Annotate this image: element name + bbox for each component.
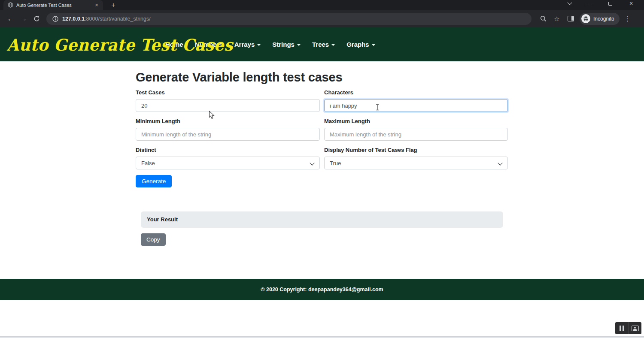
nav-item-strings[interactable]: Strings (272, 41, 301, 48)
dropdown-caret-icon (331, 44, 335, 46)
reload-button[interactable] (30, 12, 43, 25)
url-path: :8000/start/variable_strings/ (85, 16, 151, 22)
dropdown-caret-icon (257, 44, 261, 46)
side-panel-icon (568, 16, 574, 21)
magnifier-icon (540, 15, 547, 22)
bookmark-button[interactable]: ☆ (551, 13, 562, 24)
test-cases-label: Test Cases (136, 89, 165, 96)
test-cases-input[interactable] (136, 99, 320, 112)
side-panel-button[interactable] (565, 13, 576, 24)
minimize-button[interactable]: — (581, 0, 598, 6)
nav-item-arrays[interactable]: Arrays (234, 41, 261, 48)
min-length-input[interactable] (136, 128, 320, 141)
incognito-avatar (581, 14, 590, 23)
recorder-pause-button[interactable] (615, 322, 628, 334)
browser-menu-button[interactable]: ⋮ (622, 13, 633, 24)
characters-input[interactable] (324, 99, 508, 112)
site-info-icon[interactable] (52, 16, 58, 22)
text-cursor-ibeam (375, 104, 380, 112)
url-host: 127.0.0.1 (62, 16, 85, 22)
site-footer: © 2020 Copyright: deepapandey364@gmail.c… (0, 279, 644, 300)
site-navbar: Auto Generate Test Cases Home Numbers Ar… (0, 27, 644, 61)
nav-item-trees[interactable]: Trees (312, 41, 335, 48)
tab-strip: Auto Generate Test Cases × + — ✕ (0, 0, 644, 10)
copy-button[interactable]: Copy (141, 233, 166, 246)
display-flag-label: Display Number of Test Cases Flag (324, 147, 417, 153)
max-length-label: Maximum Length (324, 118, 370, 124)
globe-favicon-icon (8, 2, 13, 8)
pause-icon (620, 326, 624, 331)
distinct-select-wrap: False (136, 157, 320, 169)
incognito-label: Incognito (593, 16, 614, 22)
reload-icon (33, 15, 40, 22)
restore-button[interactable] (602, 0, 619, 6)
close-button[interactable]: ✕ (623, 0, 640, 6)
browser-window: Auto Generate Test Cases × + — ✕ ← → (0, 0, 644, 338)
recorder-overlay (615, 322, 641, 334)
display-flag-select[interactable]: True (324, 157, 508, 169)
browser-toolbar: ← → 127.0.0.1:8000/start/variable_string… (0, 10, 644, 27)
dropdown-caret-icon (372, 44, 375, 46)
characters-label: Characters (324, 89, 353, 96)
webcam-overlay-icon (632, 326, 639, 331)
tab-title: Auto Generate Test Cases (16, 3, 94, 8)
mouse-cursor-arrow (209, 111, 215, 121)
distinct-label: Distinct (136, 147, 156, 153)
page-title: Generate Variable length test cases (136, 70, 342, 84)
incognito-badge: Incognito (580, 13, 620, 25)
forward-button: → (17, 12, 30, 25)
site-logo[interactable]: Auto Generate Test Cases (7, 35, 151, 54)
generate-button[interactable]: Generate (136, 175, 172, 187)
url-text[interactable]: 127.0.0.1:8000/start/variable_strings/ (62, 16, 151, 22)
address-bar[interactable]: 127.0.0.1:8000/start/variable_strings/ (46, 13, 532, 25)
display-flag-select-wrap: True (324, 157, 508, 169)
toolbar-actions: ☆ Incognito ⋮ (538, 13, 633, 25)
recorder-webcam-button[interactable] (628, 322, 641, 334)
back-button[interactable]: ← (4, 12, 17, 25)
overlay-chevron-icon[interactable] (560, 0, 577, 6)
new-tab-button[interactable]: + (109, 1, 118, 9)
tab-close-icon[interactable]: × (94, 2, 100, 8)
max-length-input[interactable] (324, 128, 508, 141)
nav-item-graphs[interactable]: Graphs (346, 41, 375, 48)
copyright-text: © 2020 Copyright: deepapandey364@gmail.c… (261, 287, 383, 293)
browser-tab[interactable]: Auto Generate Test Cases × (3, 0, 103, 10)
min-length-label: Minimum Length (136, 118, 180, 124)
zoom-button[interactable] (538, 13, 549, 24)
incognito-icon (583, 16, 589, 21)
window-bottom-edge (0, 336, 644, 338)
result-panel-header: Your Result (141, 211, 503, 228)
window-controls: — ✕ (560, 0, 644, 7)
dropdown-caret-icon (297, 44, 301, 46)
distinct-select[interactable]: False (136, 157, 320, 169)
